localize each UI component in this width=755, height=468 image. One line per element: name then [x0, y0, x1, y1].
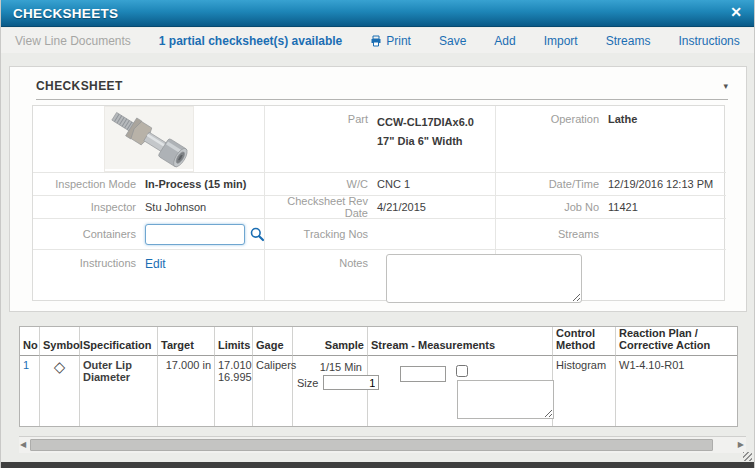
header-stream-measurements: Stream - Measurements [368, 327, 553, 356]
print-label: Print [386, 34, 411, 48]
header-symbol: Symbol [40, 327, 80, 356]
checksheet-form: Part CCW-CL17DIAx6.0 17" Dia 6" Width Op… [32, 105, 725, 301]
part-label: Part [265, 113, 377, 125]
containers-label: Containers [33, 228, 145, 240]
row-reaction-plan-cell: W1-4.10-R01 [616, 356, 737, 426]
header-target: Target [158, 327, 215, 356]
row-specification-cell: Outer Lip Diameter [80, 356, 158, 426]
row-control-method-cell: Histogram [553, 356, 616, 426]
close-icon[interactable]: ✕ [730, 4, 742, 20]
toolbar: View Line Documents 1 partial checksheet… [1, 28, 754, 53]
checksheet-table: No Symbol Specification Target Limits Ga… [19, 326, 738, 427]
header-sample: Sample [293, 327, 368, 356]
header-specification: Specification [80, 327, 158, 356]
streams-cell: Streams [495, 218, 726, 249]
instructions-edit-link[interactable]: Edit [145, 257, 166, 271]
inspector-label: Inspector [33, 201, 145, 213]
checksheets-window: CHECKSHEETS ✕ View Line Documents 1 part… [0, 0, 755, 468]
datetime-label: Date/Time [496, 178, 608, 190]
header-no: No [20, 327, 40, 356]
row-gage-cell: Calipers [253, 356, 293, 426]
containers-input[interactable] [145, 224, 245, 245]
notes-textarea[interactable] [386, 254, 582, 303]
notes-cell: Notes [264, 249, 495, 300]
job-no-value: 11421 [608, 201, 638, 213]
title-bar: CHECKSHEETS ✕ [1, 0, 754, 27]
row-limits-cell: 17.010 16.995 [215, 356, 253, 426]
header-reaction-plan: Reaction Plan / Corrective Action [616, 327, 737, 356]
header-gage: Gage [253, 327, 293, 356]
window-bottom-edge [1, 462, 754, 468]
header-control-method: Control Method [553, 327, 616, 356]
streams-button[interactable]: Streams [606, 34, 651, 48]
operation-value: Lathe [608, 113, 637, 125]
rev-date-value: 4/21/2015 [377, 201, 426, 213]
tracking-label: Tracking Nos [265, 228, 377, 240]
save-button[interactable]: Save [439, 34, 466, 48]
scrollbar-thumb[interactable] [30, 439, 713, 451]
operation-cell: Operation Lathe [495, 106, 726, 172]
notes-label: Notes [265, 257, 377, 269]
rev-date-label: Checksheet Rev Date [265, 195, 377, 219]
inspection-mode-cell: Inspection Mode In-Process (15 min) [33, 172, 264, 195]
view-line-documents-button[interactable]: View Line Documents [15, 34, 131, 48]
measurement-checkbox[interactable] [456, 365, 468, 377]
partial-checksheets-link[interactable]: 1 partial checksheet(s) available [159, 34, 342, 48]
row-no-cell: 1 [20, 356, 40, 426]
header-limits: Limits [215, 327, 253, 356]
datetime-cell: Date/Time 12/19/2016 12:13 PM [495, 172, 726, 195]
row-target-cell: 17.000 in [158, 356, 215, 426]
measurement-input[interactable] [400, 366, 446, 382]
scroll-right-icon[interactable]: ▶ [738, 440, 744, 450]
operation-label: Operation [496, 113, 608, 125]
window-title: CHECKSHEETS [1, 6, 118, 21]
containers-cell: Containers [33, 218, 264, 249]
print-button[interactable]: Print [370, 34, 411, 48]
checksheet-panel: CHECKSHEET ▾ [9, 66, 747, 312]
limit-lower: 16.995 [218, 371, 249, 383]
row-symbol-cell: ◇ [40, 356, 80, 426]
inspection-mode-label: Inspection Mode [33, 178, 145, 190]
resize-grip-icon[interactable] [743, 452, 752, 461]
inspector-cell: Inspector Stu Johnson [33, 195, 264, 218]
limit-upper: 17.010 [218, 359, 249, 371]
measurement-notes-textarea[interactable] [457, 380, 554, 419]
instructions-label: Instructions [33, 257, 145, 269]
search-icon[interactable] [249, 226, 265, 242]
instructions-cell: Instructions Edit [33, 249, 264, 300]
panel-header: CHECKSHEET ▾ [36, 79, 728, 100]
wc-label: W/C [265, 178, 377, 190]
datetime-value: 12/19/2016 12:13 PM [608, 178, 713, 190]
tracking-cell: Tracking Nos [264, 218, 495, 249]
panel-collapse-icon[interactable]: ▾ [723, 81, 728, 91]
row-number-link[interactable]: 1 [23, 359, 29, 371]
rev-date-cell: Checksheet Rev Date 4/21/2015 [264, 195, 495, 218]
wc-cell: W/C CNC 1 [264, 172, 495, 195]
horizontal-scrollbar[interactable]: ◀ ▶ [19, 436, 746, 453]
inspector-value: Stu Johnson [145, 201, 206, 213]
panel-title: CHECKSHEET [36, 79, 123, 93]
streams-label: Streams [496, 228, 608, 240]
inspection-mode-value: In-Process (15 min) [145, 178, 246, 190]
row-sample-cell: 1/15 Min Size [293, 356, 368, 426]
row-stream-measurements-cell [368, 356, 553, 426]
add-button[interactable]: Add [494, 34, 515, 48]
part-value: CCW-CL17DIAx6.0 17" Dia 6" Width [377, 113, 474, 152]
import-button[interactable]: Import [544, 34, 578, 48]
wc-value: CNC 1 [377, 178, 410, 190]
scroll-left-icon[interactable]: ◀ [20, 440, 26, 450]
job-no-cell: Job No 11421 [495, 195, 726, 218]
part-photo [104, 106, 194, 172]
sample-frequency: 1/15 Min [296, 359, 364, 373]
instructions-button[interactable]: Instructions [678, 34, 739, 48]
part-image-cell [33, 106, 264, 172]
part-cell: Part CCW-CL17DIAx6.0 17" Dia 6" Width [264, 106, 495, 172]
sample-size-label: Size [297, 377, 318, 389]
diamond-symbol-icon: ◇ [54, 358, 66, 375]
part-number: CCW-CL17DIAx6.0 [377, 113, 474, 132]
print-icon [370, 35, 382, 47]
job-no-label: Job No [496, 201, 608, 213]
part-description: 17" Dia 6" Width [377, 132, 474, 151]
